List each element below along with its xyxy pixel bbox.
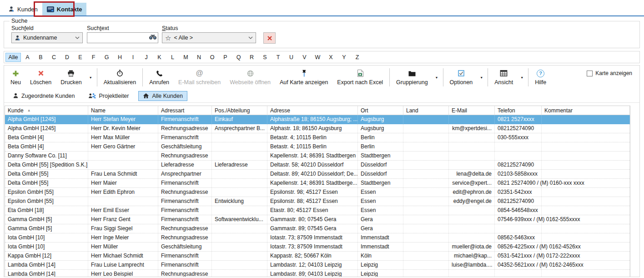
table-cell — [403, 179, 449, 187]
write-email-button[interactable]: @ E-Mail schreiben — [174, 67, 225, 88]
alphabet-item-l[interactable]: L — [166, 53, 179, 62]
refresh-button[interactable]: Aktualisieren — [99, 67, 141, 88]
alphabet-item-g[interactable]: G — [100, 53, 113, 62]
table-row[interactable]: Delta GmbH [55]Herr MaierFirmenanschrift… — [5, 179, 630, 188]
alphabet-item-w[interactable]: W — [311, 53, 324, 62]
alphabet-item-i[interactable]: I — [126, 53, 140, 62]
help-button[interactable]: ? Hilfe — [530, 67, 551, 88]
table-row[interactable]: Kappa GmbH [12]Herr Michael SchmidtFirme… — [5, 252, 630, 261]
table-row[interactable]: Epsilon GmbH [55]FirmenanschriftEntwickl… — [5, 197, 630, 206]
new-button[interactable]: Neu — [6, 67, 25, 88]
alphabet-item-n[interactable]: N — [192, 53, 206, 62]
alphabet-item-v[interactable]: V — [298, 53, 311, 62]
column-header-kunde[interactable]: Kunde▲ — [5, 106, 88, 115]
call-button[interactable]: Anrufen — [145, 67, 174, 88]
table-cell: Augsburg — [358, 124, 403, 133]
alphabet-item-r[interactable]: R — [245, 53, 258, 62]
table-row[interactable]: Lambda GmbH [14]Frau Luise LamprechtFirm… — [5, 261, 630, 270]
table-cell: 0531-5421xxx / (M) 0172-222xxxx — [495, 252, 542, 260]
alphabet-item-j[interactable]: J — [140, 53, 153, 62]
table-cell — [495, 142, 542, 151]
toolbar-separator — [488, 68, 488, 86]
tab-kunden[interactable]: Kunden — [4, 3, 42, 15]
table-cell — [212, 252, 267, 260]
status-select[interactable]: ☆ < Alle > — [162, 32, 256, 43]
alphabet-item-z[interactable]: Z — [351, 53, 364, 62]
table-row[interactable]: Danny Software Co. [11]RechnungsadresseK… — [5, 152, 630, 161]
column-header-name[interactable]: Name — [88, 106, 158, 115]
alphabet-item-a[interactable]: A — [21, 53, 34, 62]
table-row[interactable]: Lambda GmbH [14]Herr Leo BeispielRechnun… — [5, 270, 630, 277]
table-cell: Essen — [358, 206, 403, 215]
alphabet-item-t[interactable]: T — [272, 53, 285, 62]
export-excel-button[interactable]: Export nach Excel — [332, 67, 387, 88]
column-header-pos-abteilung[interactable]: Pos./Abteilung — [212, 106, 267, 115]
view-button[interactable]: Ansicht — [490, 67, 518, 88]
alphabet-item-k[interactable]: K — [153, 53, 166, 62]
alphabet-item-o[interactable]: O — [206, 53, 219, 62]
alphabet-item-f[interactable]: F — [87, 53, 100, 62]
alphabet-item-p[interactable]: P — [219, 53, 232, 62]
subtab-projektleiter[interactable]: Projektleiter — [84, 91, 133, 101]
view-dropdown-arrow[interactable]: ▼ — [518, 67, 526, 88]
column-header-adresse[interactable]: Adresse — [267, 106, 358, 115]
grouping-dropdown-arrow[interactable]: ▼ — [433, 67, 441, 88]
column-header-kommentar[interactable]: Kommentar — [542, 106, 630, 115]
alphabet-item-e[interactable]: E — [74, 53, 87, 62]
table-row[interactable]: Iota GmbH [10]Herr MüllerGeschäftsleitun… — [5, 243, 630, 252]
alphabet-item-y[interactable]: Y — [337, 53, 351, 62]
alphabet-item-d[interactable]: D — [60, 53, 74, 62]
show-on-map-button[interactable]: Auf Karte anzeigen — [275, 67, 332, 88]
table-row[interactable]: Eta GmbH [18]Herr Emil EsserFirmenanschr… — [5, 206, 630, 215]
column-header-land[interactable]: Land — [403, 106, 449, 115]
table-row[interactable]: Delta GmbH [55]Frau Lena SchmidtAnsprech… — [5, 170, 630, 179]
alphabet-item-x[interactable]: X — [324, 53, 337, 62]
alphabet-item-q[interactable]: Q — [232, 53, 245, 62]
tab-kontakte[interactable]: Kontakte — [42, 3, 87, 15]
open-website-button[interactable]: Webseite öffnen — [225, 67, 275, 88]
alphabet-item-m[interactable]: M — [179, 53, 192, 62]
table-row[interactable]: Beta GmbH [4]Herr Gero GärtnerGeschäftsl… — [5, 142, 630, 152]
column-header-adressart[interactable]: Adressart — [158, 106, 212, 115]
alphabet-item-c[interactable]: C — [47, 53, 60, 62]
grouping-button[interactable]: Gruppierung — [392, 67, 433, 88]
print-button[interactable]: Drucken — [56, 67, 86, 88]
table-cell — [542, 188, 630, 197]
subtab-alle-kunden[interactable]: Alle Kunden — [138, 91, 187, 101]
table-row[interactable]: Epsilon GmbH [55]Herr Edith EphronRechnu… — [5, 188, 630, 197]
table-cell — [403, 188, 449, 197]
delete-button[interactable]: Löschen — [25, 67, 56, 88]
table-row[interactable]: Iota GmbH [10]Herr Inge MeierRechnungsad… — [5, 233, 630, 243]
table-cell — [403, 124, 449, 133]
alphabet-item-alle[interactable]: Alle — [5, 53, 21, 62]
delete-x-icon — [38, 69, 44, 77]
search-field-select[interactable]: Kundenname — [11, 32, 83, 43]
table-row[interactable]: Gamma GmbH [5]Herr Franz GentFirmenansch… — [5, 215, 630, 224]
table-row[interactable]: Alpha GmbH [1245]Herr Stefan MeyerFirmen… — [5, 115, 630, 124]
print-dropdown-arrow[interactable]: ▼ — [86, 67, 95, 88]
table-row[interactable]: Beta GmbH [4]Herr Max MüllerFirmenanschr… — [5, 133, 630, 142]
clear-search-button[interactable] — [263, 32, 276, 44]
table-row[interactable]: Alpha GmbH [1245]Herr Dr. Kevin MeierRec… — [5, 124, 630, 133]
column-header-ort[interactable]: Ort — [358, 106, 403, 115]
alphabet-item-u[interactable]: U — [285, 53, 298, 62]
options-button[interactable]: Optionen — [445, 67, 478, 88]
table-cell: Firmenanschrift — [158, 215, 212, 224]
column-header-telefon[interactable]: Telefon — [495, 106, 542, 115]
table-row[interactable]: Delta GmbH [55] [Spedition S.K.]Lieferad… — [5, 161, 630, 170]
subtab-zugeordnete-kunden[interactable]: Zugeordnete Kunden — [9, 91, 79, 101]
show-map-checkbox[interactable]: Karte anzeigen — [587, 70, 632, 76]
star-icon: ☆ — [165, 35, 171, 41]
table-cell: Firmenanschrift — [158, 133, 212, 142]
table-cell: Rechnungsadresse — [158, 152, 212, 160]
alphabet-item-h[interactable]: H — [113, 53, 126, 62]
red-x-icon — [267, 35, 272, 41]
search-text-input[interactable] — [87, 32, 158, 43]
alphabet-item-s[interactable]: S — [258, 53, 272, 62]
options-dropdown-arrow[interactable]: ▼ — [477, 67, 486, 88]
alphabet-item-b[interactable]: B — [34, 53, 47, 62]
column-header-e-mail[interactable]: E-Mail — [449, 106, 495, 115]
phone-icon — [156, 69, 163, 77]
table-row[interactable]: Gamma GmbH [5]Frau Siggi SiegelRechnungs… — [5, 224, 630, 233]
table-cell: Firmenanschrift — [158, 115, 212, 124]
